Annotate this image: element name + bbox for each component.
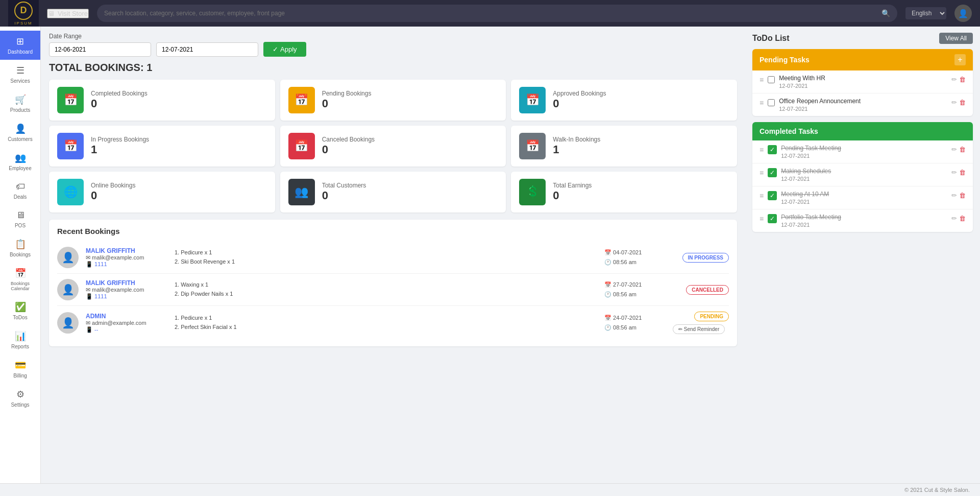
customer-phone-booking-2[interactable]: 📱 1111	[86, 293, 167, 300]
sidebar-item-customers[interactable]: 👤 Customers	[0, 118, 40, 147]
stat-card-canceled-bookings[interactable]: 📅 Canceled Bookings 0	[280, 126, 506, 167]
stat-card-approved-bookings[interactable]: 📅 Approved Bookings 0	[511, 80, 737, 121]
edit-task-task-2[interactable]: ✏	[951, 99, 957, 106]
task-date-task-5: 12-07-2021	[781, 199, 947, 205]
delete-task-task-3[interactable]: 🗑	[959, 146, 966, 153]
main-container: ⊞ Dashboard ☰ Services 🛒 Products 👤 Cust…	[0, 27, 980, 483]
delete-task-task-5[interactable]: 🗑	[959, 192, 966, 199]
status-badge-booking-1: IN PROGRESS	[682, 253, 729, 263]
sidebar-item-services[interactable]: ☰ Services	[0, 60, 40, 89]
stat-card-in-progress-bookings[interactable]: 📅 In Progress Bookings 1	[49, 126, 275, 167]
booking-status-booking-3: PENDING ✏ Send Reminder	[673, 311, 729, 334]
pending-tasks-section: Pending Tasks + ≡ Meeting With HR 12-07-…	[752, 49, 973, 116]
task-checkbox-task-5[interactable]: ✓	[768, 191, 777, 200]
stat-card-total-earnings[interactable]: 💲 Total Earnings 0	[511, 172, 737, 212]
settings-icon: ⚙	[16, 389, 24, 400]
date-range-label: Date Range	[49, 33, 737, 40]
add-pending-task-button[interactable]: +	[954, 54, 966, 65]
apply-button[interactable]: ✓ Apply	[263, 42, 306, 57]
stat-card-total-customers[interactable]: 👥 Total Customers 0	[280, 172, 506, 212]
view-all-button[interactable]: View All	[939, 33, 973, 44]
task-actions-task-2: ✏ 🗑	[951, 99, 966, 106]
walk-in-bookings-icon: 📅	[519, 133, 546, 159]
pending-bookings-value: 0	[322, 97, 372, 110]
total-earnings-label: Total Earnings	[553, 182, 592, 189]
pending-tasks-list: ≡ Meeting With HR 12-07-2021 ✏ 🗑 ≡ Offic…	[752, 70, 973, 116]
customer-name-booking-2[interactable]: MALIK GRIFFITH	[86, 279, 167, 287]
sidebar-item-products[interactable]: 🛒 Products	[0, 89, 40, 118]
online-bookings-label: Online Bookings	[91, 182, 135, 189]
booking-services-booking-1: 1. Pedicure x 12. Ski Boot Revenge x 1	[175, 248, 597, 266]
content-area: Date Range ✓ Apply TOTAL BOOKINGS: 1 📅 C…	[41, 27, 745, 483]
booking-services-booking-2: 1. Waxing x 12. Dip Powder Nails x 1	[175, 280, 597, 298]
task-content-task-1: Meeting With HR 12-07-2021	[779, 75, 947, 89]
in-progress-bookings-info: In Progress Bookings 1	[91, 136, 149, 156]
sidebar-item-settings[interactable]: ⚙ Settings	[0, 384, 40, 413]
search-bar[interactable]: 🔍	[97, 5, 897, 22]
online-bookings-icon: 🌐	[57, 179, 84, 205]
edit-task-task-6[interactable]: ✏	[951, 215, 957, 222]
sidebar-item-pos[interactable]: 🖥 POS	[0, 205, 40, 233]
sidebar-item-todos[interactable]: ✅ ToDos	[0, 296, 40, 325]
in-progress-bookings-label: In Progress Bookings	[91, 136, 149, 143]
edit-task-task-1[interactable]: ✏	[951, 76, 957, 83]
customer-phone-booking-3[interactable]: 📱 --	[86, 326, 167, 333]
delete-task-task-1[interactable]: 🗑	[959, 76, 966, 83]
sidebar-item-bookings[interactable]: 📋 Bookings	[0, 233, 40, 263]
total-earnings-info: Total Earnings 0	[553, 182, 592, 202]
stat-card-completed-bookings[interactable]: 📅 Completed Bookings 0	[49, 80, 275, 121]
visit-store-button[interactable]: 🖥 Visit Store	[47, 9, 89, 18]
products-icon: 🛒	[15, 94, 26, 105]
task-actions-task-1: ✏ 🗑	[951, 76, 966, 83]
edit-task-task-3[interactable]: ✏	[951, 146, 957, 153]
booking-status-booking-2: CANCELLED	[673, 285, 729, 295]
stat-card-online-bookings[interactable]: 🌐 Online Bookings 0	[49, 172, 275, 212]
customer-name-booking-1[interactable]: MALIK GRIFFITH	[86, 247, 167, 254]
sidebar-item-dashboard[interactable]: ⊞ Dashboard	[0, 31, 40, 60]
canceled-bookings-label: Canceled Bookings	[322, 136, 375, 143]
edit-task-task-5[interactable]: ✏	[951, 192, 957, 199]
sidebar-item-deals[interactable]: 🏷 Deals	[0, 176, 40, 205]
sidebar-item-bookings-calendar[interactable]: 📅 Bookings Calendar	[0, 263, 40, 296]
logo-icon: D	[14, 2, 33, 20]
online-bookings-info: Online Bookings 0	[91, 182, 135, 202]
send-reminder-button[interactable]: ✏ Send Reminder	[673, 324, 725, 334]
sidebar-item-reports[interactable]: 📊 Reports	[0, 325, 40, 355]
customer-phone-booking-1[interactable]: 📱 1111	[86, 261, 167, 268]
task-checkbox-task-3[interactable]: ✓	[768, 145, 777, 154]
delete-task-task-2[interactable]: 🗑	[959, 99, 966, 106]
online-bookings-value: 0	[91, 189, 135, 202]
delete-task-task-6[interactable]: 🗑	[959, 215, 966, 222]
in-progress-bookings-value: 1	[91, 143, 149, 156]
stat-card-pending-bookings[interactable]: 📅 Pending Bookings 0	[280, 80, 506, 121]
drag-handle-task-4: ≡	[760, 169, 764, 177]
language-selector[interactable]: English Spanish French	[905, 7, 946, 19]
sidebar-item-employee[interactable]: 👥 Employee	[0, 147, 40, 176]
task-name-task-4: Making Schedules	[781, 168, 947, 175]
delete-task-task-4[interactable]: 🗑	[959, 169, 966, 176]
sidebar-item-billing[interactable]: 💳 Billing	[0, 355, 40, 384]
customer-email-booking-1: ✉ malik@example.com	[86, 254, 167, 261]
task-checkbox-task-4[interactable]: ✓	[768, 168, 777, 177]
end-date-input[interactable]	[156, 42, 258, 57]
recent-bookings-title: Recent Bookings	[57, 227, 729, 235]
search-input[interactable]	[104, 10, 877, 17]
task-checkbox-task-1[interactable]	[768, 76, 775, 83]
task-item-task-3: ≡ ✓ Pending Task Meeting 12-07-2021 ✏ 🗑	[752, 140, 973, 163]
drag-handle-task-6: ≡	[760, 215, 764, 223]
task-checkbox-task-6[interactable]: ✓	[768, 214, 777, 223]
pending-bookings-label: Pending Bookings	[322, 90, 372, 97]
approved-bookings-info: Approved Bookings 0	[553, 90, 606, 110]
task-name-task-2: Office Reopen Announcement	[779, 98, 947, 105]
stat-card-walk-in-bookings[interactable]: 📅 Walk-In Bookings 1	[511, 126, 737, 167]
edit-task-task-4[interactable]: ✏	[951, 169, 957, 176]
task-checkbox-task-2[interactable]	[768, 99, 775, 106]
booking-customer-booking-3: ADMIN ✉ admin@example.com 📱 --	[86, 313, 167, 333]
task-item-task-4: ≡ ✓ Making Schedules 12-07-2021 ✏ 🗑	[752, 163, 973, 186]
task-actions-task-3: ✏ 🗑	[951, 146, 966, 153]
user-avatar[interactable]: 👤	[954, 5, 972, 22]
booking-row-booking-1: 👤 MALIK GRIFFITH ✉ malik@example.com 📱 1…	[57, 242, 729, 274]
customer-name-booking-3[interactable]: ADMIN	[86, 313, 167, 320]
start-date-input[interactable]	[49, 42, 151, 57]
date-range-row: ✓ Apply	[49, 42, 737, 57]
